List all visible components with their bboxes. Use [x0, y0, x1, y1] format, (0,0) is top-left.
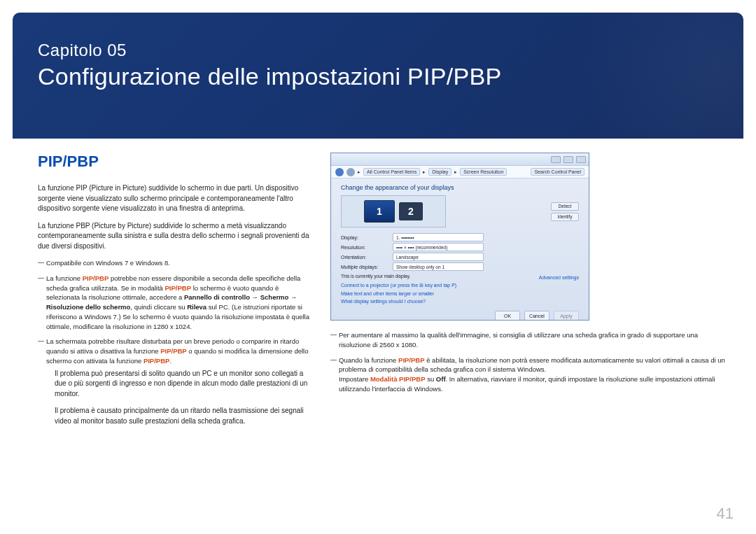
monitor-2-icon[interactable]: 2: [399, 202, 423, 220]
note-auto-res: Quando la funzione PIP/PBP è abilitata, …: [330, 356, 728, 394]
note-compat: Compatibile con Windows 7 e Windows 8.: [38, 258, 311, 268]
back-icon[interactable]: [335, 168, 344, 176]
display-select[interactable]: 1. ••••••••: [393, 233, 484, 241]
intro-pip: La funzione PIP (Picture in Picture) sud…: [38, 183, 311, 214]
chapter-title: Configurazione delle impostazioni PIP/PB…: [38, 63, 501, 90]
right-column: ▸ All Control Panel Items ▸ Display ▸ Sc…: [330, 153, 728, 506]
detect-button[interactable]: Detect: [551, 202, 579, 211]
note-flicker: La schermata potrebbe risultare disturba…: [38, 337, 311, 426]
note-gpu: La funzione PIP/PBP potrebbe non essere …: [38, 274, 311, 332]
search-input[interactable]: Search Control Panel: [531, 168, 584, 176]
identify-button[interactable]: Identify: [551, 213, 579, 221]
chapter-header: Capitolo 05 Configurazione delle imposta…: [13, 13, 743, 139]
content-area: PIP/PBP La funzione PIP (Picture in Pict…: [38, 153, 728, 506]
note-flicker-sub1: Il problema può presentarsi di solito qu…: [46, 369, 311, 400]
breadcrumb-bar: ▸ All Control Panel Items ▸ Display ▸ Sc…: [331, 166, 589, 178]
breadcrumb-item[interactable]: All Control Panel Items: [363, 168, 420, 176]
left-column: PIP/PBP La funzione PIP (Picture in Pict…: [38, 153, 311, 506]
section-title: PIP/PBP: [38, 153, 311, 171]
note-resolution: Per aumentare al massimo la qualità dell…: [330, 330, 728, 350]
resolution-select[interactable]: •••• × •••• (recommended): [393, 243, 484, 251]
projector-link[interactable]: Connect to a projector (or press the ⊞ k…: [341, 283, 579, 288]
page-number: 41: [717, 505, 734, 523]
text-size-link[interactable]: Make text and other items larger or smal…: [341, 291, 579, 296]
advanced-settings-link[interactable]: Advanced settings: [539, 275, 579, 280]
main-display-note: This is currently your main display.: [341, 274, 410, 279]
orientation-select[interactable]: Landscape: [393, 253, 484, 261]
dialog-heading: Change the appearance of your displays: [341, 184, 579, 191]
note-flicker-sub2: Il problema è causato principalmente da …: [46, 406, 311, 426]
breadcrumb-item[interactable]: Display: [428, 168, 451, 176]
manual-page: Capitolo 05 Configurazione delle imposta…: [0, 0, 756, 534]
forward-icon[interactable]: [346, 168, 355, 176]
intro-pbp: La funzione PBP (Picture by Picture) sud…: [38, 221, 311, 252]
cancel-button[interactable]: Cancel: [524, 311, 550, 321]
chapter-number: Capitolo 05: [38, 41, 127, 60]
apply-button[interactable]: Apply: [554, 311, 579, 321]
monitor-1-icon[interactable]: 1: [364, 200, 395, 223]
maximize-icon[interactable]: [564, 156, 573, 163]
titlebar: [331, 153, 589, 166]
help-link[interactable]: What display settings should I choose?: [341, 299, 579, 304]
minimize-icon[interactable]: [551, 156, 561, 163]
dialog-body: Change the appearance of your displays 1…: [331, 178, 589, 321]
windows-screen-resolution-dialog: ▸ All Control Panel Items ▸ Display ▸ Sc…: [330, 153, 589, 321]
breadcrumb-item[interactable]: Screen Resolution: [460, 168, 507, 176]
close-icon[interactable]: [576, 156, 586, 163]
monitor-preview[interactable]: 1 2: [341, 195, 446, 227]
ok-button[interactable]: OK: [495, 311, 520, 321]
multi-display-select[interactable]: Show desktop only on 1: [393, 262, 484, 271]
pip-pbp-highlight: PIP/PBP: [83, 274, 109, 282]
